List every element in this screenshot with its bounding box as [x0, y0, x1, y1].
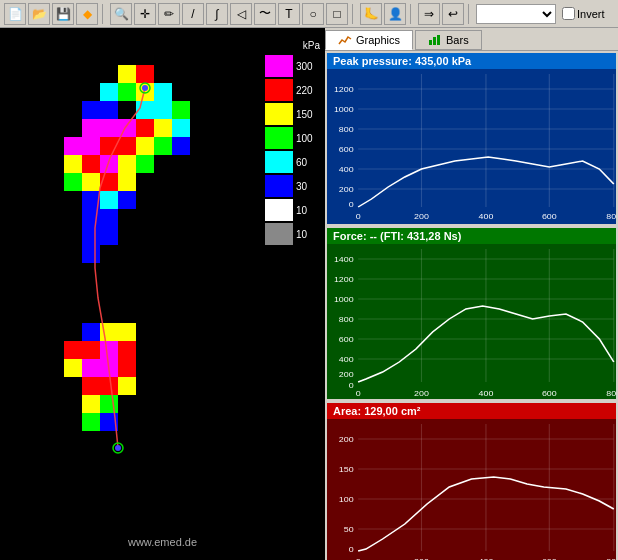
svg-text:400: 400: [479, 388, 494, 397]
separator2: [352, 4, 356, 24]
charts-area: Peak pressure: 435,00 kPa: [325, 51, 618, 560]
svg-text:400: 400: [339, 354, 354, 363]
svg-text:1200: 1200: [334, 274, 354, 283]
svg-text:800: 800: [339, 314, 354, 323]
scale-item-30: 30: [265, 175, 325, 197]
svg-rect-47: [64, 341, 82, 359]
right-panel: Graphics Bars Peak pressure: 435,00 kPa: [325, 28, 618, 560]
svg-rect-20: [118, 137, 136, 155]
svg-rect-39: [100, 227, 118, 245]
svg-rect-32: [118, 173, 136, 191]
svg-rect-34: [100, 191, 118, 209]
arrow-right-button[interactable]: ⇒: [418, 3, 440, 25]
rect-button[interactable]: □: [326, 3, 348, 25]
separator3: [410, 4, 414, 24]
svg-text:0: 0: [349, 544, 354, 553]
person-button[interactable]: 🦶: [360, 3, 382, 25]
undo-button[interactable]: ◆: [76, 3, 98, 25]
svg-text:0: 0: [349, 199, 354, 208]
svg-rect-37: [100, 209, 118, 227]
pencil-button[interactable]: ✏: [158, 3, 180, 25]
svg-rect-54: [118, 377, 136, 395]
scale-item-300: 300: [265, 55, 325, 77]
svg-rect-41: [82, 323, 100, 341]
main-area: kPa 300 220 150 100 60: [0, 28, 618, 560]
svg-rect-21: [136, 137, 154, 155]
pressure-chart: Peak pressure: 435,00 kPa: [327, 53, 616, 224]
svg-text:0: 0: [356, 388, 361, 397]
toolbar: 📄 📂 💾 ◆ 🔍 ✛ ✏ / ∫ ◁ 〜 T ○ □ 🦶 👤 ⇒ ↩ Inve…: [0, 0, 618, 28]
svg-rect-50: [118, 359, 136, 377]
svg-text:0: 0: [356, 556, 361, 560]
svg-rect-55: [82, 395, 100, 413]
svg-text:600: 600: [542, 388, 557, 397]
svg-rect-13: [118, 119, 136, 137]
svg-rect-16: [172, 119, 190, 137]
zoom-dropdown[interactable]: [476, 4, 556, 24]
svg-text:600: 600: [339, 144, 354, 153]
svg-rect-64: [433, 37, 436, 45]
svg-rect-23: [172, 137, 190, 155]
svg-text:200: 200: [339, 434, 354, 443]
ellipse-button[interactable]: ○: [302, 3, 324, 25]
area-chart-body: 200 150 100 50 0 0 200 400 600 800: [327, 419, 616, 560]
svg-rect-26: [100, 155, 118, 173]
svg-rect-12: [100, 119, 118, 137]
svg-text:1200: 1200: [334, 84, 354, 93]
svg-rect-4: [136, 65, 154, 83]
svg-rect-43: [118, 323, 136, 341]
svg-text:400: 400: [479, 211, 494, 220]
scale-item-150: 150: [265, 103, 325, 125]
arrow-left-button[interactable]: ↩: [442, 3, 464, 25]
freehand-button[interactable]: 〜: [254, 3, 276, 25]
foot-panel: kPa 300 220 150 100 60: [0, 28, 325, 560]
graph-icon: [338, 34, 352, 46]
svg-rect-17: [64, 137, 82, 155]
zoom-button[interactable]: 🔍: [110, 3, 132, 25]
svg-rect-63: [429, 40, 432, 45]
pressure-chart-header: Peak pressure: 435,00 kPa: [327, 53, 616, 69]
force-chart-header: Force: -- (FTI: 431,28 Ns): [327, 228, 616, 244]
polygon-button[interactable]: ◁: [230, 3, 252, 25]
area-chart-svg: 200 150 100 50 0 0 200 400 600 800: [327, 419, 616, 560]
svg-rect-10: [82, 101, 100, 119]
svg-rect-5: [154, 83, 172, 101]
line-button[interactable]: /: [182, 3, 204, 25]
scale-item-100: 100: [265, 127, 325, 149]
person2-button[interactable]: 👤: [384, 3, 406, 25]
cursor-button[interactable]: ✛: [134, 3, 156, 25]
curve-button[interactable]: ∫: [206, 3, 228, 25]
tab-graphics[interactable]: Graphics: [325, 30, 413, 50]
tab-bars[interactable]: Bars: [415, 30, 482, 50]
svg-text:800: 800: [339, 124, 354, 133]
svg-text:200: 200: [414, 211, 429, 220]
svg-text:200: 200: [414, 556, 429, 560]
svg-text:50: 50: [344, 524, 354, 533]
svg-rect-15: [154, 119, 172, 137]
area-chart: Area: 129,00 cm² 200: [327, 403, 616, 560]
svg-rect-65: [437, 35, 440, 45]
scale-item-60: 60: [265, 151, 325, 173]
svg-text:1400: 1400: [334, 254, 354, 263]
new-button[interactable]: 📄: [4, 3, 26, 25]
svg-rect-3: [118, 65, 136, 83]
foot-image: [0, 28, 265, 548]
svg-rect-38: [82, 227, 100, 245]
save-button[interactable]: 💾: [52, 3, 74, 25]
open-button[interactable]: 📂: [28, 3, 50, 25]
text-button[interactable]: T: [278, 3, 300, 25]
svg-rect-27: [118, 155, 136, 173]
svg-rect-7: [154, 101, 172, 119]
svg-text:200: 200: [414, 388, 429, 397]
force-chart-svg: 1400 1200 1000 800 600 400 200 0 0 200 4…: [327, 244, 616, 399]
invert-checkbox[interactable]: [562, 7, 575, 20]
svg-rect-51: [64, 359, 82, 377]
svg-rect-45: [100, 341, 118, 359]
svg-rect-18: [82, 137, 100, 155]
svg-text:400: 400: [339, 164, 354, 173]
svg-text:600: 600: [542, 556, 557, 560]
svg-rect-25: [82, 155, 100, 173]
svg-point-62: [115, 445, 121, 451]
svg-text:800: 800: [606, 211, 616, 220]
svg-rect-1: [118, 83, 136, 101]
